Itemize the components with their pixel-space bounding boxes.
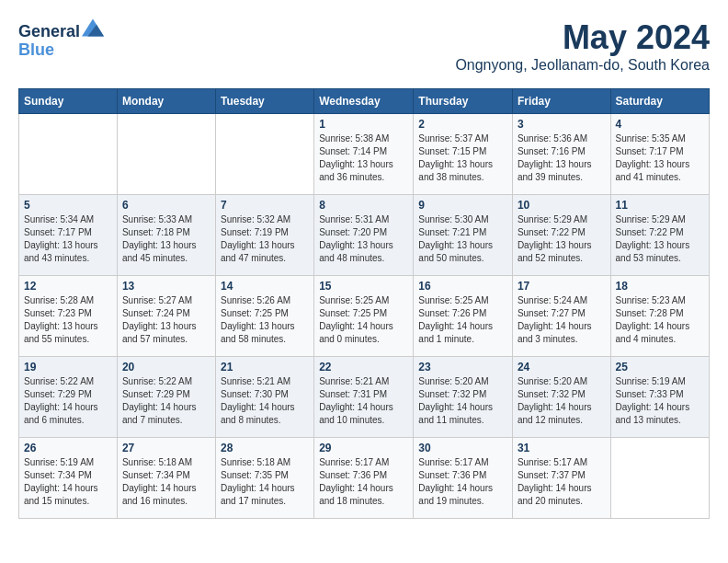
day-info: Sunrise: 5:27 AM Sunset: 7:24 PM Dayligh… [122,294,210,346]
day-info: Sunrise: 5:29 AM Sunset: 7:22 PM Dayligh… [518,213,606,265]
table-row: 30Sunrise: 5:17 AM Sunset: 7:36 PM Dayli… [414,438,513,519]
table-row: 17Sunrise: 5:24 AM Sunset: 7:27 PM Dayli… [512,276,610,357]
table-row: 20Sunrise: 5:22 AM Sunset: 7:29 PM Dayli… [117,357,215,438]
table-row: 23Sunrise: 5:20 AM Sunset: 7:32 PM Dayli… [414,357,513,438]
table-row: 5Sunrise: 5:34 AM Sunset: 7:17 PM Daylig… [19,195,118,276]
day-number: 21 [221,361,309,373]
day-info: Sunrise: 5:22 AM Sunset: 7:29 PM Dayligh… [122,375,210,427]
table-row: 7Sunrise: 5:32 AM Sunset: 7:19 PM Daylig… [215,195,313,276]
day-number: 14 [221,280,309,293]
calendar-week-row: 26Sunrise: 5:19 AM Sunset: 7:34 PM Dayli… [19,438,710,519]
day-number: 19 [24,361,112,373]
day-number: 31 [518,442,606,454]
day-info: Sunrise: 5:33 AM Sunset: 7:18 PM Dayligh… [122,213,210,265]
day-info: Sunrise: 5:19 AM Sunset: 7:33 PM Dayligh… [616,375,704,427]
day-info: Sunrise: 5:32 AM Sunset: 7:19 PM Dayligh… [221,213,309,265]
table-row: 1Sunrise: 5:38 AM Sunset: 7:14 PM Daylig… [314,114,414,195]
day-info: Sunrise: 5:30 AM Sunset: 7:21 PM Dayligh… [418,213,507,265]
day-number: 8 [319,199,408,212]
day-number: 28 [221,442,309,454]
col-wednesday: Wednesday [314,89,414,114]
month-title: May 2024 [455,18,710,57]
day-info: Sunrise: 5:37 AM Sunset: 7:15 PM Dayligh… [418,132,507,184]
day-number: 25 [616,361,704,373]
col-thursday: Thursday [414,89,513,114]
day-number: 23 [418,361,507,373]
day-number: 18 [616,280,704,293]
table-row: 28Sunrise: 5:18 AM Sunset: 7:35 PM Dayli… [215,438,313,519]
day-number: 17 [518,280,606,293]
table-row: 16Sunrise: 5:25 AM Sunset: 7:26 PM Dayli… [414,276,513,357]
day-info: Sunrise: 5:20 AM Sunset: 7:32 PM Dayligh… [418,375,507,427]
table-row: 18Sunrise: 5:23 AM Sunset: 7:28 PM Dayli… [610,276,709,357]
table-row [117,114,215,195]
day-info: Sunrise: 5:34 AM Sunset: 7:17 PM Dayligh… [24,213,112,265]
calendar-week-row: 12Sunrise: 5:28 AM Sunset: 7:23 PM Dayli… [19,276,710,357]
day-number: 9 [418,199,507,212]
day-info: Sunrise: 5:35 AM Sunset: 7:17 PM Dayligh… [616,132,704,184]
calendar-header-row: Sunday Monday Tuesday Wednesday Thursday… [19,89,710,114]
day-number: 13 [122,280,210,293]
day-number: 10 [518,199,606,212]
table-row: 21Sunrise: 5:21 AM Sunset: 7:30 PM Dayli… [215,357,313,438]
day-number: 27 [122,442,210,454]
table-row: 22Sunrise: 5:21 AM Sunset: 7:31 PM Dayli… [314,357,414,438]
logo-text: General Blue [18,18,104,60]
day-number: 26 [24,442,112,454]
calendar-week-row: 19Sunrise: 5:22 AM Sunset: 7:29 PM Dayli… [19,357,710,438]
table-row [610,438,709,519]
table-row: 24Sunrise: 5:20 AM Sunset: 7:32 PM Dayli… [512,357,610,438]
day-info: Sunrise: 5:21 AM Sunset: 7:30 PM Dayligh… [221,375,309,427]
day-number: 12 [24,280,112,293]
col-sunday: Sunday [19,89,118,114]
day-info: Sunrise: 5:29 AM Sunset: 7:22 PM Dayligh… [616,213,704,265]
location-title: Ongnyong, Jeollanam-do, South Korea [455,57,710,74]
day-info: Sunrise: 5:21 AM Sunset: 7:31 PM Dayligh… [319,375,408,427]
day-info: Sunrise: 5:38 AM Sunset: 7:14 PM Dayligh… [319,132,408,184]
table-row: 12Sunrise: 5:28 AM Sunset: 7:23 PM Dayli… [19,276,118,357]
day-number: 1 [319,118,408,131]
day-number: 2 [418,118,507,131]
day-number: 7 [221,199,309,212]
col-saturday: Saturday [610,89,709,114]
day-info: Sunrise: 5:18 AM Sunset: 7:35 PM Dayligh… [221,456,309,508]
table-row [215,114,313,195]
table-row: 19Sunrise: 5:22 AM Sunset: 7:29 PM Dayli… [19,357,118,438]
day-number: 20 [122,361,210,373]
day-number: 29 [319,442,408,454]
table-row: 10Sunrise: 5:29 AM Sunset: 7:22 PM Dayli… [512,195,610,276]
table-row: 29Sunrise: 5:17 AM Sunset: 7:36 PM Dayli… [314,438,414,519]
page-container: General Blue May 2024 Ongnyong, Jeollana… [18,18,710,519]
day-info: Sunrise: 5:36 AM Sunset: 7:16 PM Dayligh… [518,132,606,184]
day-info: Sunrise: 5:31 AM Sunset: 7:20 PM Dayligh… [319,213,408,265]
title-section: May 2024 Ongnyong, Jeollanam-do, South K… [455,18,710,83]
day-info: Sunrise: 5:19 AM Sunset: 7:34 PM Dayligh… [24,456,112,508]
day-number: 3 [518,118,606,131]
table-row: 27Sunrise: 5:18 AM Sunset: 7:34 PM Dayli… [117,438,215,519]
table-row: 6Sunrise: 5:33 AM Sunset: 7:18 PM Daylig… [117,195,215,276]
day-info: Sunrise: 5:18 AM Sunset: 7:34 PM Dayligh… [122,456,210,508]
calendar-week-row: 5Sunrise: 5:34 AM Sunset: 7:17 PM Daylig… [19,195,710,276]
table-row: 3Sunrise: 5:36 AM Sunset: 7:16 PM Daylig… [512,114,610,195]
table-row: 14Sunrise: 5:26 AM Sunset: 7:25 PM Dayli… [215,276,313,357]
calendar-week-row: 1Sunrise: 5:38 AM Sunset: 7:14 PM Daylig… [19,114,710,195]
day-info: Sunrise: 5:17 AM Sunset: 7:37 PM Dayligh… [518,456,606,508]
day-info: Sunrise: 5:20 AM Sunset: 7:32 PM Dayligh… [518,375,606,427]
col-tuesday: Tuesday [215,89,313,114]
day-number: 16 [418,280,507,293]
day-info: Sunrise: 5:25 AM Sunset: 7:26 PM Dayligh… [418,294,507,346]
table-row: 9Sunrise: 5:30 AM Sunset: 7:21 PM Daylig… [414,195,513,276]
table-row: 2Sunrise: 5:37 AM Sunset: 7:15 PM Daylig… [414,114,513,195]
table-row: 26Sunrise: 5:19 AM Sunset: 7:34 PM Dayli… [19,438,118,519]
col-monday: Monday [117,89,215,114]
table-row [19,114,118,195]
table-row: 8Sunrise: 5:31 AM Sunset: 7:20 PM Daylig… [314,195,414,276]
calendar-table: Sunday Monday Tuesday Wednesday Thursday… [18,88,710,519]
day-info: Sunrise: 5:25 AM Sunset: 7:25 PM Dayligh… [319,294,408,346]
day-info: Sunrise: 5:24 AM Sunset: 7:27 PM Dayligh… [518,294,606,346]
day-info: Sunrise: 5:28 AM Sunset: 7:23 PM Dayligh… [24,294,112,346]
day-info: Sunrise: 5:26 AM Sunset: 7:25 PM Dayligh… [221,294,309,346]
day-number: 22 [319,361,408,373]
day-number: 6 [122,199,210,212]
table-row: 13Sunrise: 5:27 AM Sunset: 7:24 PM Dayli… [117,276,215,357]
